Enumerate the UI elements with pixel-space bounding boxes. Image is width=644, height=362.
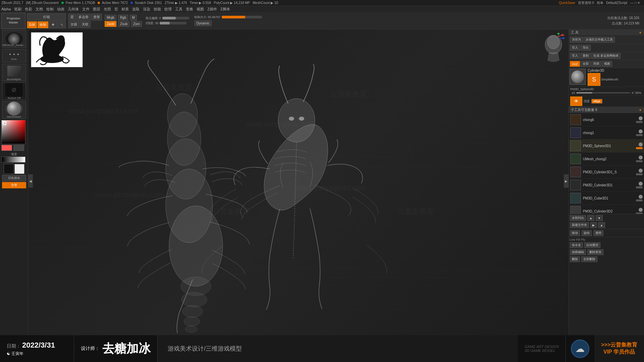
swatch-white[interactable]	[14, 164, 24, 174]
delete-btn[interactable]: 删除	[570, 256, 580, 262]
auto-rect-btn[interactable]: 自动重排	[584, 242, 600, 248]
eye-icon-cyl2[interactable]	[639, 208, 643, 212]
menu-light[interactable]: 光照	[104, 7, 111, 12]
clone-btn[interactable]: 复制	[581, 53, 591, 59]
swatch-black[interactable]	[4, 164, 14, 174]
texture-selector[interactable]: ⊘ Texture Off	[2, 82, 26, 100]
m-btn[interactable]: M	[130, 15, 137, 20]
menu-skill[interactable]: 技能	[154, 7, 161, 12]
zadd-btn[interactable]: Zadd	[105, 21, 116, 27]
sub-btn[interactable]: 次级	[68, 21, 79, 28]
all-out-btn[interactable]: 全部列出	[570, 215, 586, 221]
draw-btn[interactable]: 绘制	[38, 21, 48, 28]
mrgb-btn[interactable]: Mrgb	[105, 15, 116, 20]
rotate-btn[interactable]: 旋转	[582, 230, 592, 236]
import2-btn[interactable]: 导入	[570, 53, 580, 59]
menu-zscript[interactable]: Z脚本	[220, 7, 230, 12]
exchange-btn[interactable]: 交替	[2, 182, 26, 188]
menu-view[interactable]: 视图	[197, 7, 204, 12]
menu-tool[interactable]: 工具	[175, 7, 182, 12]
color-picker-area[interactable]	[1, 120, 27, 151]
eye-icon-cube[interactable]	[639, 195, 643, 199]
projection-master-btn[interactable]: Projection Master	[2, 17, 24, 24]
left-canvas-arrow[interactable]: ◀	[28, 174, 33, 188]
menu-transform[interactable]: 变换	[186, 7, 193, 12]
zsub-btn[interactable]: Zsub	[118, 21, 129, 27]
menu-draw[interactable]: 绘制	[46, 7, 54, 12]
dots-selector[interactable]: Dots	[2, 49, 26, 62]
view-btn[interactable]: 视图	[602, 61, 612, 67]
delete-all-btn[interactable]: 全部删除	[581, 256, 597, 262]
same-btn[interactable]: 同类	[591, 61, 601, 67]
brush-selector[interactable]: SMUDGE_Advan...	[2, 30, 26, 48]
menu-macro[interactable]: 宏	[114, 7, 118, 12]
tool-item-chong1[interactable]: chong1	[569, 126, 644, 139]
scale-icon-btn[interactable]: ⤡	[58, 21, 66, 28]
menu-texture[interactable]: 纹理	[164, 7, 172, 12]
right-canvas-arrow[interactable]: ▶	[564, 174, 569, 188]
save-as-btn[interactable]: 另存为	[570, 37, 583, 43]
move-up-btn[interactable]: ▲	[598, 222, 605, 228]
goz-btn[interactable]: GoZ	[570, 61, 580, 67]
move-icon-btn[interactable]: ✥	[49, 21, 57, 28]
view-mode-icon[interactable]: 👁	[570, 97, 582, 106]
menu-document[interactable]: 文档	[36, 7, 43, 12]
lightbox-btn[interactable]: 灯箱	[27, 13, 66, 21]
menu-geometry[interactable]: 几何体	[68, 7, 79, 12]
low-poly-btn[interactable]: 低模编辑	[570, 249, 586, 255]
tool-item-umesh[interactable]: UMesh_chong2	[569, 153, 644, 166]
load-tool-btn[interactable]: 从项目文件载入工具	[584, 37, 615, 43]
menu-material[interactable]: 材质	[121, 7, 129, 12]
menu-pick[interactable]: 选取	[132, 7, 140, 12]
generate-polymesh-btn[interactable]: 生成 多边形网格体	[591, 53, 621, 59]
move-right-btn[interactable]: ▶	[590, 222, 597, 228]
eye-icon-sphere[interactable]	[639, 142, 643, 146]
eye-icon-chong1[interactable]	[639, 129, 643, 133]
eye-icon-cyl1[interactable]	[639, 182, 643, 186]
link-btn[interactable]: 关联	[80, 21, 91, 28]
move-btn[interactable]: 移动	[570, 230, 580, 236]
tool-item-cyl1s[interactable]: PM3D_Cylinder3D1_S	[569, 166, 644, 179]
delete-higher-btn[interactable]: 删除更高	[587, 249, 603, 255]
bg-toggle[interactable]: 背景透明 0	[578, 1, 594, 5]
layer-btn[interactable]: 层	[68, 14, 76, 20]
polygroup-btn[interactable]: 多边形	[76, 14, 91, 20]
menu-animation[interactable]: 动画	[57, 7, 64, 12]
menu-layer[interactable]: 图层	[93, 7, 100, 12]
tool-item-cube[interactable]: PM3D_Cube3D1	[569, 192, 644, 205]
new-file-btn[interactable]: 新建文件夹	[570, 222, 589, 228]
morph-btn[interactable]: 变形	[91, 14, 102, 20]
import-btn[interactable]: 导入	[570, 45, 580, 51]
gradient-area[interactable]: 渐变	[1, 152, 27, 163]
zsm-btn[interactable]: Zsm	[131, 21, 142, 27]
eye-icon-umesh[interactable]	[639, 156, 643, 160]
menu-file[interactable]: 文件	[82, 7, 90, 12]
menu-render[interactable]: 渲染	[143, 7, 150, 12]
menu-color[interactable]: 色彩	[25, 7, 32, 12]
export-btn[interactable]: 导出	[581, 45, 591, 51]
tool-item-cyl1[interactable]: PM3D_Cylinder3D1	[569, 179, 644, 192]
menu-zplugin[interactable]: Z插件	[207, 7, 217, 12]
all-btn[interactable]: 全部	[581, 61, 591, 67]
orientation-gizmo[interactable]	[542, 33, 565, 66]
down-arrow-btn[interactable]: ▼	[596, 215, 603, 221]
xyz-badge[interactable]: xXyz	[591, 99, 602, 104]
tool-thumb-active[interactable]	[570, 69, 586, 85]
menu-alpha[interactable]: Alpha	[1, 7, 11, 11]
eye-icon-chong6[interactable]	[639, 116, 643, 120]
quick-save-btn[interactable]: QuickSave	[559, 1, 575, 5]
command-name-btn[interactable]: 命令名	[570, 242, 583, 248]
brush-alpha-selector[interactable]: BrushAlpha	[2, 64, 26, 81]
tool-item-cyl2[interactable]: PM3D_Cylinder3D2	[569, 205, 644, 214]
transparency-btn[interactable]: 透明	[593, 230, 603, 236]
rgb-btn[interactable]: Rgb	[118, 15, 128, 20]
window-controls[interactable]: — □ ✕	[630, 1, 640, 5]
tool-item-pm3d-sphere[interactable]: PM3D_Sphere3D1	[569, 139, 644, 153]
dynamic-btn[interactable]: Dynamic	[195, 20, 212, 26]
material-selector[interactable]: SkinShade4	[2, 101, 26, 119]
menu-brush[interactable]: 笔刷	[14, 7, 21, 12]
tool-item-chong6[interactable]: chong6	[569, 113, 644, 126]
edit-btn[interactable]: Edit	[27, 21, 37, 28]
pick-color-btn[interactable]: 切换颜色	[2, 175, 26, 181]
up-arrow-btn[interactable]: ▲	[587, 215, 594, 221]
